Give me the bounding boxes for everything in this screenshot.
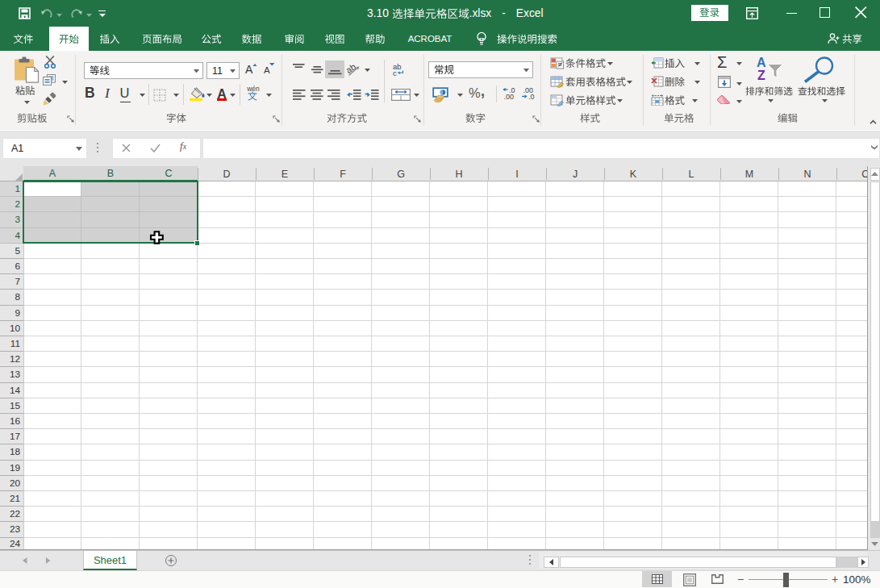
svg-text:c: c bbox=[393, 68, 397, 76]
svg-text:.0: .0 bbox=[528, 92, 535, 100]
svg-text:Z: Z bbox=[757, 69, 765, 82]
svg-text:A: A bbox=[757, 56, 766, 69]
svg-text:.00: .00 bbox=[504, 92, 515, 100]
